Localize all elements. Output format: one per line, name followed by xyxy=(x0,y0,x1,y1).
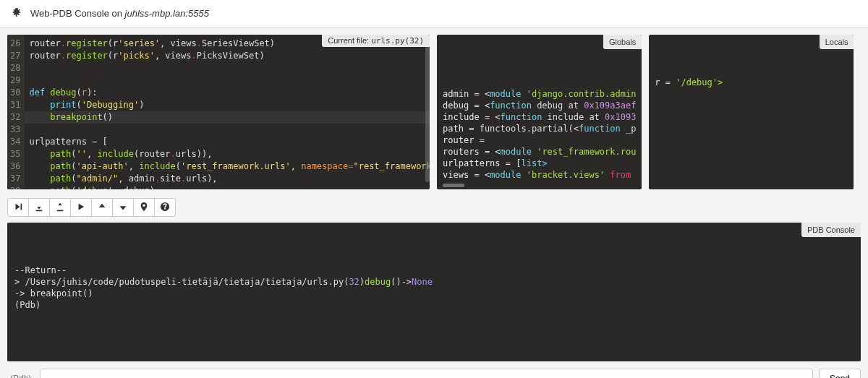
code-pane-badge: Current file: urls.py(32) xyxy=(322,35,430,47)
code-line xyxy=(29,62,425,74)
line-number: 35 xyxy=(10,148,20,160)
console-line: > /Users/juhis/code/pudotuspeli-tietäjä/… xyxy=(14,276,854,288)
code-line: path('api-auth', include('rest_framework… xyxy=(29,160,425,173)
globals-badge: Globals xyxy=(603,35,642,49)
help-button[interactable] xyxy=(154,198,176,217)
command-input-row: (Pdb) Send xyxy=(0,361,868,378)
continue-icon xyxy=(76,202,86,214)
bug-icon xyxy=(10,6,23,21)
global-var: routers = <module 'rest_framework.router… xyxy=(443,146,636,158)
code-line: path('debug', debug) xyxy=(29,185,425,189)
line-number: 32 xyxy=(10,111,20,124)
continue-button[interactable] xyxy=(70,198,92,217)
next-icon xyxy=(13,202,23,214)
code-body[interactable]: router.register(r'series', views.SeriesV… xyxy=(25,35,430,189)
code-line: path("admin/", admin.site.urls), xyxy=(29,173,425,185)
line-number: 37 xyxy=(10,173,20,185)
globals-pane: Globals admin = <module 'django.contrib.… xyxy=(437,35,642,189)
next-button[interactable] xyxy=(7,198,29,217)
h-scrollbar-thumb[interactable] xyxy=(443,184,464,187)
code-pane: Current file: urls.py(32) 26272829303132… xyxy=(7,35,430,189)
line-number: 33 xyxy=(10,124,20,136)
up-button[interactable] xyxy=(91,198,113,217)
code-line: router.register(r'picks', views.PicksVie… xyxy=(29,50,425,62)
send-button[interactable]: Send xyxy=(819,369,861,378)
code-line: urlpatterns = [ xyxy=(29,136,425,148)
global-var: router = xyxy=(443,134,636,146)
line-number: 34 xyxy=(10,136,20,148)
code-line: def debug(r): xyxy=(29,87,425,99)
command-input[interactable] xyxy=(40,369,813,378)
console-line: (Pdb) xyxy=(14,299,854,311)
console-badge: PDB Console xyxy=(801,223,861,237)
up-icon xyxy=(97,202,107,214)
code-line: print('Debugging') xyxy=(29,99,425,111)
help-icon xyxy=(160,202,170,214)
step-out-button[interactable] xyxy=(49,198,71,217)
global-var: views = <module 'bracket.views' from '/U… xyxy=(443,169,636,181)
line-number: 36 xyxy=(10,160,20,173)
step-out-icon xyxy=(55,202,65,214)
global-var: include = <function include at 0x1093a9c… xyxy=(443,111,636,123)
global-var: admin = <module 'django.contrib.admin' f… xyxy=(443,88,636,100)
locals-badge: Locals xyxy=(820,35,854,49)
code-line: breakpoint() xyxy=(25,111,430,124)
down-button[interactable] xyxy=(112,198,134,217)
prompt-label: (Pdb) xyxy=(7,374,34,378)
step-in-icon xyxy=(34,202,44,214)
code-line xyxy=(29,124,425,136)
global-var: path = functools.partial(<function _path… xyxy=(443,123,636,134)
locals-pane: Locals r = '/debug'> xyxy=(649,35,854,189)
local-var: r = '/debug'> xyxy=(655,77,848,88)
global-var: urlpatterns = [list> xyxy=(443,158,636,169)
line-number: 29 xyxy=(10,74,20,87)
line-number: 31 xyxy=(10,99,20,111)
debug-toolbar xyxy=(0,197,868,218)
step-in-button[interactable] xyxy=(28,198,50,217)
scrollbar-thumb[interactable] xyxy=(425,45,430,182)
global-var: debug = <function debug at 0x109a3aef0> xyxy=(443,100,636,111)
app-header: Web-PDB Console on juhlss-mbp.lan:5555 xyxy=(0,0,868,27)
page-title: Web-PDB Console on juhlss-mbp.lan:5555 xyxy=(30,8,209,19)
where-icon xyxy=(139,202,149,214)
pdb-console: PDB Console --Return--> /Users/juhis/cod… xyxy=(7,223,861,361)
down-icon xyxy=(118,202,128,214)
code-line: path('', include(router.urls)), xyxy=(29,148,425,160)
console-line: --Return-- xyxy=(14,265,854,276)
line-number: 26 xyxy=(10,38,20,50)
line-number: 28 xyxy=(10,62,20,74)
console-line: -> breakpoint() xyxy=(14,288,854,299)
line-number: 38 xyxy=(10,185,20,189)
line-number: 27 xyxy=(10,50,20,62)
line-number: 30 xyxy=(10,87,20,99)
code-line xyxy=(29,74,425,87)
where-button[interactable] xyxy=(133,198,155,217)
line-number-gutter: 2627282930313233343536373839 xyxy=(7,35,25,189)
